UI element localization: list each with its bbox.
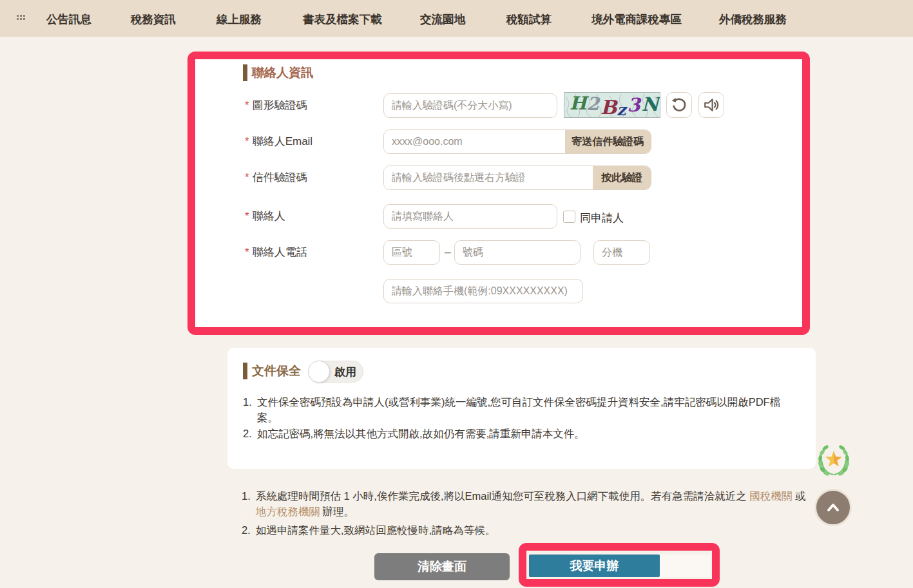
clear-screen-button[interactable]: 清除畫面	[374, 553, 510, 580]
captcha-audio-button[interactable]	[698, 92, 724, 118]
footer-note-2: 2. 如遇申請案件量大,致網站回應較慢時,請略為等候。	[242, 522, 809, 538]
phone-label: * 聯絡人電話	[245, 245, 307, 260]
menu-grid-icon[interactable]	[17, 15, 25, 20]
phone-dash: –	[445, 245, 451, 259]
nav-item-foreign-taxpayer-services[interactable]: 外僑稅務服務	[719, 12, 787, 27]
phone-area-code-input[interactable]	[383, 240, 440, 265]
mobile-input[interactable]	[383, 279, 583, 303]
email-input[interactable]	[384, 130, 565, 153]
chevron-up-icon	[823, 498, 843, 517]
document-security-toggle[interactable]: 啟用	[308, 361, 363, 383]
toggle-label: 啟用	[334, 365, 356, 379]
section-bar	[243, 363, 247, 379]
mail-code-input[interactable]	[384, 166, 593, 189]
captcha-text: H 2 B z 3 N	[570, 93, 660, 118]
nav-item-announcements[interactable]: 公告訊息	[46, 12, 91, 27]
captcha-image: H 2 B z 3 N	[564, 92, 660, 118]
required-marker: *	[245, 99, 249, 112]
submit-application-button[interactable]: 我要申辦	[529, 555, 660, 577]
toggle-knob	[308, 361, 330, 383]
nav-item-community[interactable]: 交流園地	[420, 12, 465, 27]
same-as-applicant-label: 同申請人	[580, 211, 624, 225]
footer-note-1: 1. 系統處理時間預估 1 小時,俟作業完成後,將以Email通知您可至稅務入口…	[242, 488, 809, 519]
security-note-2: 2. 如忘記密碼,將無法以其他方式開啟,故如仍有需要,請重新申請本文件。	[243, 426, 782, 441]
top-navbar: 公告訊息 稅務資訊 線上服務 書表及檔案下載 交流園地 稅額試算 境外電商課稅專…	[0, 0, 913, 37]
section-title-text: 聯絡人資訊	[252, 64, 313, 81]
nav-item-cross-border-ecommerce[interactable]: 境外電商課稅專區	[591, 12, 682, 27]
email-input-group: 寄送信件驗證碼	[383, 129, 651, 154]
send-mail-code-button[interactable]: 寄送信件驗證碼	[565, 130, 651, 153]
mail-code-label: * 信件驗證碼	[245, 170, 307, 185]
captcha-label: * 圖形驗證碼	[245, 98, 307, 113]
contact-person-label: * 聯絡人	[245, 209, 285, 223]
security-section-title: 文件保全	[243, 363, 301, 379]
page: 公告訊息 稅務資訊 線上服務 書表及檔案下載 交流園地 稅額試算 境外電商課稅專…	[0, 0, 913, 588]
contact-person-input[interactable]	[383, 204, 557, 229]
nav-item-tax-info[interactable]: 稅務資訊	[131, 12, 176, 27]
section-title-text: 文件保全	[252, 363, 301, 379]
email-label: * 聯絡人Email	[245, 134, 312, 149]
verify-code-button[interactable]: 按此驗證	[593, 166, 651, 189]
nav-item-forms-downloads[interactable]: 書表及檔案下載	[303, 12, 382, 27]
nav-item-tax-calculation[interactable]: 稅額試算	[506, 12, 552, 27]
phone-extension-input[interactable]	[593, 240, 650, 265]
captcha-input[interactable]	[383, 93, 557, 118]
section-bar	[243, 64, 247, 81]
award-laurel-star-icon[interactable]	[816, 442, 852, 479]
security-note-1: 1. 文件保全密碼預設為申請人(或營利事業)統一編號,您可自訂文件保全密碼提升資…	[243, 394, 782, 425]
national-tax-office-link[interactable]: 國稅機關	[749, 490, 792, 502]
captcha-refresh-button[interactable]	[666, 92, 692, 118]
footer-notes: 1. 系統處理時間預估 1 小時,俟作業完成後,將以Email通知您可至稅務入口…	[242, 488, 809, 541]
speaker-icon	[703, 97, 720, 113]
local-tax-office-link[interactable]: 地方稅務機關	[256, 506, 320, 517]
same-as-applicant-checkbox[interactable]	[563, 211, 575, 223]
refresh-icon	[671, 97, 687, 113]
phone-number-input[interactable]	[454, 240, 581, 265]
nav-item-online-services[interactable]: 線上服務	[216, 12, 262, 27]
submit-gap-area	[660, 555, 711, 577]
mail-code-input-group: 按此驗證	[383, 166, 651, 190]
scroll-to-top-button[interactable]	[814, 489, 852, 526]
contact-section-title: 聯絡人資訊	[243, 64, 313, 81]
security-notes: 1. 文件保全密碼預設為申請人(或營利事業)統一編號,您可自訂文件保全密碼提升資…	[243, 394, 782, 442]
